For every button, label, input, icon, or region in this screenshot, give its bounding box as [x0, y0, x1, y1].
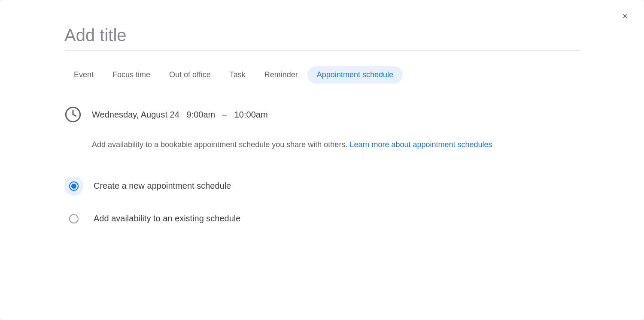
time-separator: – [222, 110, 227, 119]
title-input[interactable] [64, 26, 580, 51]
radio-label-add-existing: Add availability to an existing schedule [94, 214, 240, 223]
close-icon: × [623, 11, 628, 22]
clock-icon [64, 106, 82, 123]
radio-ring-create-new [69, 181, 79, 191]
tab-task[interactable]: Task [220, 66, 255, 84]
learn-more-link[interactable]: Learn more about appointment schedules [349, 140, 492, 149]
tab-focus-time[interactable]: Focus time [103, 66, 160, 84]
datetime-row: Wednesday, August 24 9:00am – 10:00am [64, 106, 580, 123]
description-row: Add availability to a bookable appointme… [92, 139, 564, 151]
radio-outer-create-new[interactable] [64, 177, 83, 196]
radio-options: Create a new appointment schedule Add av… [64, 170, 580, 235]
tabs-bar: Event Focus time Out of office Task Remi… [64, 66, 580, 84]
tab-out-of-office[interactable]: Out of office [160, 66, 220, 84]
radio-label-create-new: Create a new appointment schedule [94, 181, 231, 191]
datetime-text: Wednesday, August 24 9:00am – 10:00am [92, 110, 268, 120]
end-time: 10:00am [234, 110, 268, 119]
close-button[interactable]: × [617, 8, 634, 25]
dialog-content: Event Focus time Out of office Task Remi… [0, 0, 644, 252]
start-time: 9:00am [187, 110, 216, 119]
tab-appointment-schedule[interactable]: Appointment schedule [307, 66, 403, 84]
tab-event[interactable]: Event [64, 66, 103, 84]
description-text: Add availability to a bookable appointme… [92, 140, 349, 149]
radio-option-create-new[interactable]: Create a new appointment schedule [64, 170, 580, 202]
radio-dot-create-new [71, 184, 76, 189]
dialog: × Event Focus time Out of office Task Re… [0, 0, 644, 320]
date-text: Wednesday, August 24 [92, 110, 179, 119]
tab-reminder[interactable]: Reminder [255, 66, 307, 84]
radio-option-add-existing[interactable]: Add availability to an existing schedule [64, 202, 580, 235]
radio-ring-add-existing [69, 214, 79, 223]
radio-outer-add-existing[interactable] [64, 209, 83, 228]
